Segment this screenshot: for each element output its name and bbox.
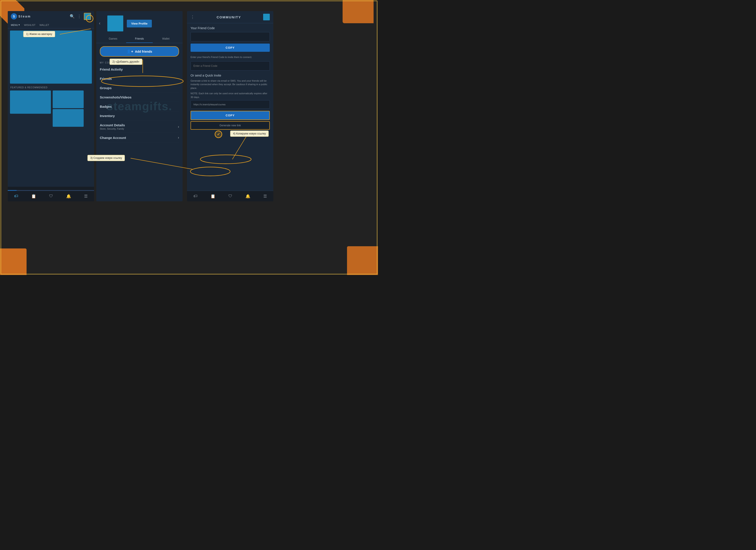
bottom-nav-library-icon[interactable]: 📋	[31, 194, 36, 199]
note-text: NOTE: Each link can only be used once an…	[191, 92, 270, 99]
link-display-box: https://s.team/p/ваша/ссылка	[191, 100, 270, 109]
friend-code-input[interactable]	[191, 61, 270, 71]
menu-friend-activity[interactable]: Friend Activity	[100, 65, 179, 74]
community-title: COMMUNITY	[197, 15, 261, 19]
mid-panel-top: ‹ View Profile	[96, 11, 183, 35]
right-bottom-library-icon[interactable]: 📋	[210, 194, 215, 199]
steam-panel-right: ⋮ COMMUNITY Your Friend Code COPY Enter …	[187, 11, 273, 201]
bottom-nav-bell-icon[interactable]: 🔔	[66, 194, 71, 199]
bottom-nav-menu-icon[interactable]: ☰	[84, 194, 88, 199]
featured-thumb-small-2[interactable]	[53, 109, 84, 127]
menu-groups[interactable]: Groups	[100, 83, 179, 93]
right-more-options-icon[interactable]: ⋮	[191, 15, 195, 19]
view-profile-button[interactable]: View Profile	[127, 20, 152, 27]
tab-games[interactable]: Games	[100, 35, 126, 43]
mid-user-avatar	[107, 15, 123, 31]
quick-invite-description: Generate a link to share via email or SM…	[191, 79, 270, 90]
right-panel-header: ⋮ COMMUNITY	[187, 11, 273, 23]
back-button[interactable]: ‹	[99, 21, 100, 26]
bottom-nav-store-icon[interactable]: 🏷	[14, 194, 18, 199]
left-main-content: FEATURED & RECOMMENDED	[8, 28, 94, 187]
annotation-bubble-3: 3) Создаем новую ссылку	[87, 155, 125, 161]
avatar-section: View Profile	[96, 11, 183, 35]
copy-friend-code-button[interactable]: COPY	[191, 44, 270, 52]
more-options-icon[interactable]: ⋮	[77, 14, 81, 19]
steam-panel-left: S Steam 🔍 ⋮ MENU ▾ WISHLIST WALLET FEATU…	[8, 11, 94, 201]
right-bottom-shield-icon[interactable]: 🛡	[228, 194, 232, 199]
tab-friends[interactable]: Friends	[126, 35, 152, 43]
friend-code-display	[191, 32, 270, 41]
featured-grid	[10, 91, 92, 127]
menu-screenshots-videos[interactable]: Screenshots/Videos	[100, 93, 179, 102]
annotation-bubble-2: 2) «Добавить друзей»	[110, 59, 142, 65]
mid-panel-tabs: Games Friends Wallet	[96, 35, 183, 43]
chevron-right-icon-2: ›	[178, 136, 179, 140]
left-banner-image	[10, 31, 92, 84]
right-bottom-menu-icon[interactable]: ☰	[263, 194, 267, 199]
add-friends-button[interactable]: 👤+ Add friends	[100, 46, 179, 57]
menu-inventory[interactable]: Inventory	[100, 111, 179, 121]
steam-logo[interactable]: S Steam	[11, 13, 31, 19]
steam-logo-text: Steam	[18, 15, 31, 18]
copy-link-button[interactable]: COPY	[191, 111, 270, 120]
menu-badges[interactable]: Badges	[100, 102, 179, 111]
nav-menu[interactable]: MENU ▾	[11, 23, 20, 26]
right-panel-content: Your Friend Code COPY Enter your friend'…	[187, 23, 273, 201]
bottom-nav-shield-icon[interactable]: 🛡	[49, 194, 53, 199]
left-panel-header: S Steam 🔍 ⋮	[8, 11, 94, 22]
nav-wallet[interactable]: WALLET	[39, 23, 49, 26]
generate-link-button[interactable]: Generate new link	[191, 121, 270, 130]
friend-code-section: Your Friend Code COPY	[191, 26, 270, 52]
featured-thumbs-small	[53, 91, 84, 127]
right-bottom-bell-icon[interactable]: 🔔	[245, 194, 250, 199]
right-bottom-nav: 🏷 📋 🛡 🔔 ☰	[187, 191, 273, 201]
left-nav-bar: MENU ▾ WISHLIST WALLET	[8, 22, 94, 28]
menu-account-details[interactable]: Account Details Store, Security, Family …	[100, 121, 179, 133]
menu-change-account[interactable]: Change Account ›	[100, 133, 179, 143]
right-header-avatar	[263, 14, 270, 20]
user-avatar[interactable]	[84, 13, 91, 20]
tab-wallet[interactable]: Wallet	[153, 35, 179, 43]
annotation-bubble-1: 1) Жмем на аватарку	[23, 31, 55, 37]
friend-code-title: Your Friend Code	[191, 26, 270, 30]
annotation-bubble-4: 4) Копируем новую ссылку	[230, 131, 269, 137]
quick-invite-title: Or send a Quick Invite	[191, 74, 270, 77]
right-bottom-store-icon[interactable]: 🏷	[193, 194, 197, 199]
chevron-right-icon: ›	[178, 125, 179, 129]
featured-thumb-large[interactable]	[10, 91, 51, 114]
steam-panel-mid: steamgifts. ‹ View Profile 2) «Добавить …	[96, 11, 183, 201]
add-friends-icon: 👤+	[127, 49, 133, 54]
nav-wishlist[interactable]: WISHLIST	[24, 23, 35, 26]
invite-description-text: Enter your friend's Friend Code to invit…	[191, 55, 270, 59]
mid-menu-list: Friend Activity Friends Groups Screensho…	[96, 65, 183, 143]
menu-friends[interactable]: Friends	[100, 74, 179, 83]
search-icon[interactable]: 🔍	[70, 14, 75, 19]
featured-thumb-small-1[interactable]	[53, 91, 84, 108]
steam-logo-icon: S	[11, 13, 17, 19]
left-bottom-nav: 🏷 📋 🛡 🔔 ☰	[8, 191, 94, 201]
featured-label: FEATURED & RECOMMENDED	[10, 86, 92, 89]
header-icons-group: 🔍 ⋮	[70, 13, 91, 20]
